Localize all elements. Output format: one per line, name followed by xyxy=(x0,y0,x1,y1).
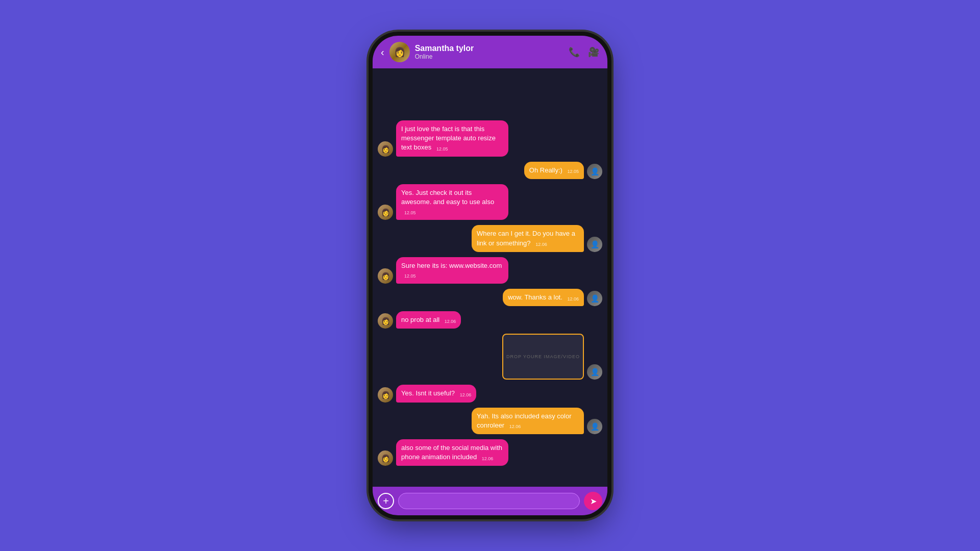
avatar: 👩 xyxy=(378,141,393,157)
message-text: Yah. Its also included easy color conrol… xyxy=(477,412,571,429)
chat-input-area: + ➤ xyxy=(373,487,607,515)
media-placeholder-text: DROP YOURE IMAGE/VIDEO xyxy=(506,354,580,359)
message-time: 12.05 xyxy=(436,146,448,152)
message-time: 12.06 xyxy=(482,456,494,461)
message-text: Sure here its is: www.website.com xyxy=(401,262,502,269)
message-row: 👤 DROP YOURE IMAGE/VIDEO xyxy=(378,334,602,380)
message-bubble-received: Yes. Isnt it useful? 12.06 xyxy=(396,385,476,402)
avatar: 👩 xyxy=(378,387,393,403)
message-text: Yes. Just check it out its awesome. and … xyxy=(401,189,494,206)
message-bubble-received: Yes. Just check it out its awesome. and … xyxy=(396,184,508,220)
message-row: 👩 Yes. Just check it out its awesome. an… xyxy=(378,184,602,220)
media-bubble[interactable]: DROP YOURE IMAGE/VIDEO xyxy=(502,334,584,380)
message-text: Yes. Isnt it useful? xyxy=(401,389,455,397)
contact-name: Samantha tylor xyxy=(415,44,564,53)
contact-info: Samantha tylor Online xyxy=(415,44,564,60)
message-bubble-sent: Oh Really:) 12.05 xyxy=(524,162,584,179)
add-button[interactable]: + xyxy=(378,493,394,509)
message-row: 👩 Sure here its is: www.website.com 12.0… xyxy=(378,257,602,284)
message-time: 12.05 xyxy=(567,169,579,174)
chat-area: 👩 I just love the fact is that this mess… xyxy=(373,68,607,487)
call-icon[interactable]: 📞 xyxy=(569,46,580,58)
avatar: 👩 xyxy=(378,313,393,329)
back-button[interactable]: ‹ xyxy=(381,46,384,58)
message-row: 👩 no prob at all 12.06 xyxy=(378,311,602,329)
top-spacer xyxy=(378,74,602,115)
chat-header: ‹ 👩 Samantha tylor Online 📞 🎥 xyxy=(373,36,607,68)
message-bubble-sent: Where can I get it. Do you have a link o… xyxy=(472,225,584,252)
message-time: 12.06 xyxy=(567,296,579,302)
message-bubble-received: no prob at all 12.06 xyxy=(396,311,461,329)
header-actions: 📞 🎥 xyxy=(569,46,599,58)
message-time: 12.06 xyxy=(509,424,521,429)
avatar: 👤 xyxy=(587,364,602,380)
message-text: I just love the fact is that this messen… xyxy=(401,125,496,151)
message-bubble-received: also some of the social media with phone… xyxy=(396,439,508,466)
avatar: 👩 xyxy=(378,205,393,220)
message-row: 👤 Oh Really:) 12.05 xyxy=(378,162,602,179)
message-text: no prob at all xyxy=(401,316,439,323)
avatar: 👩 xyxy=(378,268,393,284)
message-input[interactable] xyxy=(398,493,580,509)
message-bubble-sent: wow. Thanks a lot. 12.06 xyxy=(503,289,584,306)
avatar-image: 👩 xyxy=(389,42,410,62)
message-time: 12.06 xyxy=(460,392,472,397)
message-row: 👩 I just love the fact is that this mess… xyxy=(378,120,602,157)
message-row: 👤 Yah. Its also included easy color conr… xyxy=(378,408,602,434)
message-row: 👤 Where can I get it. Do you have a link… xyxy=(378,225,602,252)
avatar: 👤 xyxy=(587,237,602,252)
message-row: 👤 wow. Thanks a lot. 12.06 xyxy=(378,289,602,306)
video-icon[interactable]: 🎥 xyxy=(588,46,599,58)
message-text: wow. Thanks a lot. xyxy=(508,293,562,301)
message-time: 12.05 xyxy=(404,210,416,215)
message-row: 👩 Yes. Isnt it useful? 12.06 xyxy=(378,385,602,402)
avatar: 👤 xyxy=(587,164,602,179)
message-time: 12.06 xyxy=(535,242,547,247)
phone-frame: ‹ 👩 Samantha tylor Online 📞 🎥 👩 I just l… xyxy=(373,36,607,515)
message-bubble-received: I just love the fact is that this messen… xyxy=(396,120,508,157)
message-time: 12.05 xyxy=(404,273,416,279)
message-row: 👩 also some of the social media with pho… xyxy=(378,439,602,466)
avatar: 👩 xyxy=(378,450,393,466)
contact-status: Online xyxy=(415,53,564,60)
avatar: 👤 xyxy=(587,291,602,306)
message-time: 12.06 xyxy=(445,319,456,324)
contact-avatar: 👩 xyxy=(389,42,410,62)
send-button[interactable]: ➤ xyxy=(584,492,602,510)
message-bubble-sent: Yah. Its also included easy color conrol… xyxy=(472,408,584,434)
avatar: 👤 xyxy=(587,419,602,434)
message-text: Where can I get it. Do you have a link o… xyxy=(477,230,575,246)
message-text: Oh Really:) xyxy=(529,166,562,174)
message-bubble-received: Sure here its is: www.website.com 12.05 xyxy=(396,257,508,284)
